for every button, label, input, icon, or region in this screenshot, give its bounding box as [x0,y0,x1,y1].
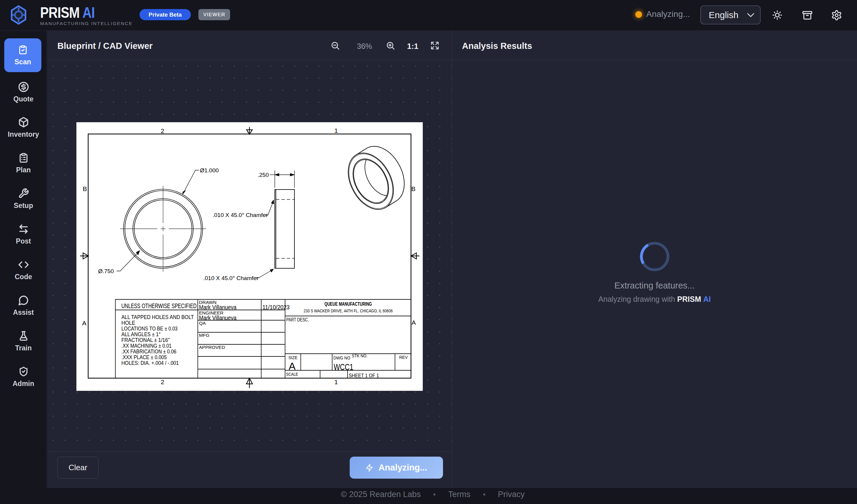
svg-text:A: A [411,319,416,326]
svg-text:.250: .250 [257,172,269,178]
svg-text:HOLE: HOLE [121,319,135,326]
svg-text:Ø.750: Ø.750 [98,268,114,274]
svg-text:2: 2 [161,379,164,385]
svg-text:MFG: MFG [199,333,209,338]
svg-text:DWG NO: DWG NO [333,355,350,360]
svg-text:B: B [83,185,87,192]
svg-text:11/10/2023: 11/10/2023 [263,304,290,311]
svg-text:SIZE: SIZE [288,355,298,360]
svg-text:LOCATIONS TO BE ± 0.03: LOCATIONS TO BE ± 0.03 [121,325,178,332]
svg-text:PART DESC.: PART DESC. [286,317,309,322]
svg-text:.XX MACHINING ± 0.01: .XX MACHINING ± 0.01 [121,343,171,349]
svg-text:UNLESS OTHERWISE SPECIFIED: UNLESS OTHERWISE SPECIFIED [121,302,197,310]
svg-text:A: A [82,319,86,327]
svg-text:REV: REV [399,355,408,360]
svg-text:233 S WACKER DRIVE, 44TH FL. C: 233 S WACKER DRIVE, 44TH FL. CHICAGO, IL… [304,308,393,313]
svg-text:.XXX PLACE ± 0.005: .XXX PLACE ± 0.005 [121,354,167,360]
svg-text:Mark Villanueva: Mark Villanueva [199,314,237,321]
svg-text:APPROVED: APPROVED [199,345,225,350]
svg-text:2: 2 [161,127,164,134]
svg-text:QUEUE MANUFACTURING: QUEUE MANUFACTURING [325,301,372,307]
svg-text:STK NO.: STK NO. [352,353,368,358]
svg-text:Mark Villanueva: Mark Villanueva [199,304,237,311]
svg-text:FRACTIONAL ± 1/16": FRACTIONAL ± 1/16" [121,337,170,343]
svg-text:SHEET 1 OF 1: SHEET 1 OF 1 [349,373,379,379]
svg-text:B: B [411,185,416,192]
svg-text:.XX FABRICATION ± 0.06: .XX FABRICATION ± 0.06 [121,348,177,354]
svg-text:HOLES: DIA. +.004 / -.001: HOLES: DIA. +.004 / -.001 [121,360,179,366]
svg-text:SCALE: SCALE [286,372,298,377]
svg-text:ALL TAPPED HOLES AND BOLT: ALL TAPPED HOLES AND BOLT [121,314,194,320]
svg-text:.010 X 45.0° Chamfer: .010 X 45.0° Chamfer [213,212,268,218]
svg-text:QA: QA [199,320,206,326]
svg-text:WCC1: WCC1 [334,362,353,372]
svg-text:.010 X 45.0° Chamfer: .010 X 45.0° Chamfer [203,275,259,281]
svg-text:ALL ANGLES ± 1°: ALL ANGLES ± 1° [121,331,161,337]
svg-text:1: 1 [334,379,338,385]
svg-text:Ø1.000: Ø1.000 [200,167,219,174]
svg-text:A: A [289,360,296,372]
svg-text:1: 1 [334,127,338,134]
